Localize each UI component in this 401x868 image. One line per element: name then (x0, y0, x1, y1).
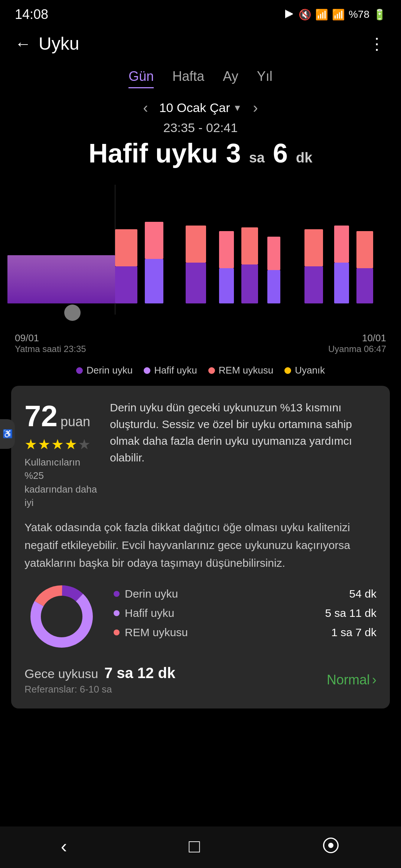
chart-start: 09/01 Yatma saati 23:35 (15, 332, 86, 354)
svg-rect-6 (219, 268, 234, 303)
accessibility-icon: ♿ (3, 429, 13, 439)
page-title: Uyku (39, 33, 79, 54)
uyanik-dot (284, 367, 291, 374)
date-nav: ‹ 10 Ocak Çar ▼ › (0, 92, 401, 119)
sleep-breakdown: Derin uyku 54 dk Hafif uyku 5 sa 11 dk R… (25, 579, 376, 654)
svg-rect-18 (304, 229, 323, 266)
status-icons: ⯈ 🔇 📶 📶 %78 🔋 (284, 9, 386, 21)
tab-gun[interactable]: Gün (128, 69, 154, 88)
chart-svg (0, 174, 401, 329)
score-top: 72puan ★★★★★ Kullanıcıların %25kadarında… (25, 399, 376, 510)
svg-point-22 (64, 305, 81, 321)
score-description: Derin uyku dün geceki uykunuzun %13 kısm… (110, 399, 376, 510)
sleep-duration-label: Hafif uyku (89, 138, 218, 168)
tab-ay[interactable]: Ay (223, 69, 238, 88)
legend-rem: REM uykusu (208, 365, 273, 376)
normal-badge[interactable]: Normal › (327, 672, 376, 688)
battery-level: %78 (349, 9, 369, 20)
svg-rect-9 (304, 266, 323, 303)
nav-recent-button[interactable]: ⦿ (322, 835, 340, 857)
signal-icon: 📶 (332, 9, 345, 21)
more-options-button[interactable]: ⋮ (369, 34, 386, 53)
rem-label: REM uykusu (219, 365, 273, 376)
derin-breakdown-value: 54 dk (349, 588, 376, 600)
svg-rect-8 (267, 270, 280, 303)
donut-svg (25, 579, 99, 654)
rem-breakdown-dot (114, 629, 120, 635)
advice-text: Yatak odasında çok fazla dikkat dağıtıcı… (25, 519, 376, 572)
score-number: 72 (25, 400, 58, 433)
battery-icon: 🔋 (373, 9, 386, 21)
breakdown-derin: Derin uyku 54 dk (114, 588, 376, 600)
svg-rect-15 (219, 231, 234, 268)
svg-rect-12 (115, 229, 137, 266)
score-comparison: Kullanıcıların %25kadarından daha iyi (25, 457, 97, 508)
next-date-button[interactable]: › (253, 99, 258, 116)
bluetooth-icon: ⯈ (284, 9, 295, 21)
legend-hafif: Hafif uyku (144, 365, 197, 376)
tab-yil[interactable]: Yıl (257, 69, 273, 88)
wifi-icon: 📶 (315, 9, 328, 21)
donut-chart (25, 579, 99, 654)
score-card: 72puan ★★★★★ Kullanıcıların %25kadarında… (11, 386, 390, 708)
svg-rect-20 (356, 231, 373, 268)
sleep-hours-unit: sa (249, 150, 265, 165)
sleep-hours: 3 (226, 138, 241, 168)
hafif-breakdown-label: Hafif uyku (125, 607, 320, 619)
svg-rect-5 (186, 263, 206, 303)
derin-label: Derin uyku (87, 365, 133, 376)
nav-back-button[interactable]: ‹ (61, 835, 67, 857)
uyanik-label: Uyanık (295, 365, 325, 376)
derin-breakdown-dot (114, 591, 120, 597)
sleep-time-range: 23:35 - 02:41 (0, 119, 401, 137)
legend-uyanik: Uyanık (284, 365, 325, 376)
prev-date-button[interactable]: ‹ (143, 99, 148, 116)
hafif-breakdown-dot (114, 610, 120, 616)
hafif-dot (144, 367, 150, 374)
date-label[interactable]: 10 Ocak Çar ▼ (159, 101, 242, 115)
header: ← Uyku ⋮ (0, 26, 401, 61)
sleep-minutes: 6 (273, 138, 288, 168)
sleep-duration: Hafif uyku 3 sa 6 dk (0, 137, 401, 170)
chart-end: 10/01 Uyanma 06:47 (328, 332, 386, 354)
back-button[interactable]: ← Uyku (15, 33, 79, 54)
rem-dot (208, 367, 215, 374)
svg-rect-4 (145, 259, 163, 303)
rem-breakdown-label: REM uykusu (125, 626, 326, 639)
status-time: 14:08 (15, 7, 48, 22)
night-sleep-value: 7 sa 12 dk (104, 665, 175, 681)
score-left: 72puan ★★★★★ Kullanıcıların %25kadarında… (25, 399, 99, 510)
mute-icon: 🔇 (299, 9, 312, 21)
tab-hafta[interactable]: Hafta (172, 69, 204, 88)
sleep-minutes-unit: dk (296, 150, 312, 165)
accessibility-button[interactable]: ♿ (0, 419, 15, 449)
date-dropdown-icon: ▼ (233, 103, 242, 113)
normal-chevron-icon: › (372, 672, 376, 688)
svg-rect-17 (267, 237, 280, 270)
night-sleep-info: Gece uykusu 7 sa 12 dk Referanslar: 6-10… (25, 665, 175, 695)
svg-rect-3 (115, 266, 137, 303)
sleep-legend: Derin uyku Hafif uyku REM uykusu Uyanık (0, 356, 401, 382)
chart-timestamps: 09/01 Yatma saati 23:35 10/01 Uyanma 06:… (0, 329, 401, 356)
derin-breakdown-label: Derin uyku (125, 588, 344, 600)
svg-rect-13 (145, 222, 163, 259)
breakdown-list: Derin uyku 54 dk Hafif uyku 5 sa 11 dk R… (114, 588, 376, 645)
svg-rect-14 (186, 226, 206, 263)
rem-breakdown-value: 1 sa 7 dk (331, 626, 376, 639)
svg-rect-7 (241, 264, 258, 303)
night-sleep: Gece uykusu 7 sa 12 dk Referanslar: 6-10… (25, 665, 376, 695)
normal-label: Normal (327, 672, 370, 688)
status-bar: 14:08 ⯈ 🔇 📶 📶 %78 🔋 (0, 0, 401, 26)
svg-rect-21 (7, 255, 115, 303)
svg-rect-10 (334, 263, 349, 303)
svg-rect-19 (334, 226, 349, 263)
score-puan: puan (61, 414, 90, 429)
bottom-nav: ‹ □ ⦿ (0, 826, 401, 868)
sleep-chart (0, 174, 401, 329)
svg-rect-16 (241, 227, 258, 264)
star-rating: ★★★★★ (25, 436, 99, 453)
breakdown-rem: REM uykusu 1 sa 7 dk (114, 626, 376, 639)
references: Referanslar: 6-10 sa (25, 684, 175, 695)
nav-home-button[interactable]: □ (189, 835, 200, 857)
back-arrow-icon: ← (15, 34, 31, 53)
